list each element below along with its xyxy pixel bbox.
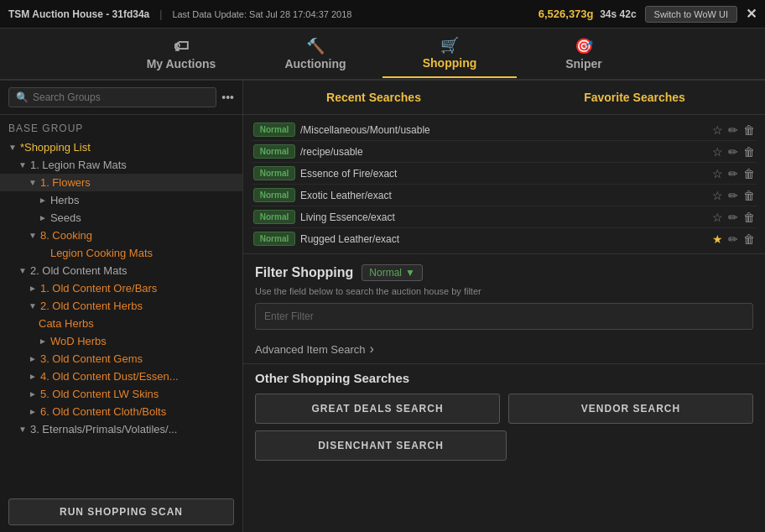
content-area: Recent Searches Favorite Searches Normal… bbox=[243, 81, 765, 532]
tree-item-old-content-dust[interactable]: ► 4. Old Content Dust/Essen... bbox=[0, 368, 242, 385]
delete-icon-1[interactable]: 🗑 bbox=[743, 123, 755, 137]
filter-input[interactable] bbox=[255, 303, 753, 330]
close-button[interactable]: ✕ bbox=[746, 6, 757, 22]
great-deals-search-button[interactable]: GREAT DEALS SEARCH bbox=[255, 394, 500, 424]
filter-section: Filter Shopping Normal ▼ Use the field b… bbox=[243, 253, 765, 335]
title-divider: | bbox=[159, 8, 162, 20]
label-old-content-lw: 5. Old Content LW Skins bbox=[40, 388, 159, 400]
title-bar-right: 6,526,373g 34s 42c Switch to WoW UI ✕ bbox=[539, 6, 757, 23]
search-row-6: Normal Rugged Leather/exact ★ ✏ 🗑 bbox=[252, 228, 757, 249]
search-text-6: Rugged Leather/exact bbox=[300, 233, 707, 245]
chevron-down-icon: ▼ bbox=[405, 267, 415, 279]
tree-item-cata-herbs[interactable]: Cata Herbs bbox=[0, 315, 242, 332]
tree-item-old-content-gems[interactable]: ► 3. Old Content Gems bbox=[0, 350, 242, 368]
star-icon-3[interactable]: ☆ bbox=[712, 167, 723, 180]
delete-icon-3[interactable]: 🗑 bbox=[743, 167, 755, 180]
vendor-search-button[interactable]: VENDOR SEARCH bbox=[508, 394, 753, 424]
label-old-content-dust: 4. Old Content Dust/Essen... bbox=[40, 370, 179, 383]
search-row-1: Normal /Miscellaneous/Mount/usable ☆ ✏ 🗑 bbox=[252, 119, 757, 141]
search-text-2: /recipe/usable bbox=[300, 146, 707, 158]
delete-icon-6[interactable]: 🗑 bbox=[743, 232, 755, 246]
recent-searches-tab[interactable]: Recent Searches bbox=[243, 81, 504, 114]
tag-normal-4: Normal bbox=[253, 188, 295, 202]
tab-my-auctions[interactable]: 🏷 My Auctions bbox=[114, 31, 248, 77]
advanced-item-search[interactable]: Advanced Item Search › bbox=[243, 335, 765, 363]
tree-item-old-content-mats[interactable]: ▼ 2. Old Content Mats bbox=[0, 262, 242, 279]
edit-icon-5[interactable]: ✏ bbox=[728, 211, 738, 224]
tree-item-herbs[interactable]: ► Herbs bbox=[0, 191, 242, 209]
time-display: 34s 42c bbox=[600, 8, 636, 20]
tree-item-old-content-lw[interactable]: ► 5. Old Content LW Skins bbox=[0, 385, 242, 403]
star-icon-1[interactable]: ☆ bbox=[712, 123, 723, 137]
search-row-4: Normal Exotic Leather/exact ☆ ✏ 🗑 bbox=[252, 185, 757, 206]
app-title: TSM Auction House - 31fd34a bbox=[8, 8, 149, 20]
tree-item-cooking[interactable]: ▼ 8. Cooking bbox=[0, 227, 242, 244]
arrow-old-content-mats: ▼ bbox=[18, 266, 27, 275]
label-herbs: Herbs bbox=[50, 194, 80, 206]
tree-item-eternals[interactable]: ▼ 3. Eternals/Primals/Volatiles/... bbox=[0, 420, 242, 438]
tree-item-old-content-ore[interactable]: ► 1. Old Content Ore/Bars bbox=[0, 279, 242, 297]
search-text-3: Essence of Fire/exact bbox=[300, 168, 707, 180]
edit-icon-3[interactable]: ✏ bbox=[728, 167, 738, 180]
delete-icon-4[interactable]: 🗑 bbox=[743, 189, 755, 202]
tree-item-seeds[interactable]: ► Seeds bbox=[0, 209, 242, 227]
star-icon-6[interactable]: ★ bbox=[712, 232, 723, 246]
run-shopping-scan-button[interactable]: RUN SHOPPING SCAN bbox=[8, 498, 234, 525]
search-more-button[interactable]: ••• bbox=[221, 91, 234, 104]
search-input-wrap[interactable]: 🔍 bbox=[8, 87, 216, 107]
tree-item-flowers[interactable]: ▼ 1. Flowers bbox=[0, 174, 242, 191]
tree-item-legion-raw-mats[interactable]: ▼ 1. Legion Raw Mats bbox=[0, 156, 242, 174]
tab-auctioning[interactable]: 🔨 Auctioning bbox=[248, 30, 382, 77]
tag-normal-5: Normal bbox=[253, 210, 295, 224]
advanced-search-arrow: › bbox=[370, 342, 374, 357]
tree-item-legion-cooking-mats[interactable]: ► Legion Cooking Mats bbox=[0, 244, 242, 262]
star-icon-2[interactable]: ☆ bbox=[712, 145, 723, 159]
search-text-1: /Miscellaneous/Mount/usable bbox=[300, 124, 707, 136]
switch-to-wow-button[interactable]: Switch to WoW UI bbox=[645, 6, 737, 23]
group-tree: Base Group ▼ *Shopping List ▼ 1. Legion … bbox=[0, 115, 242, 492]
tab-shopping-label: Shopping bbox=[423, 56, 477, 70]
search-input[interactable] bbox=[33, 91, 209, 103]
search-text-4: Exotic Leather/exact bbox=[300, 190, 707, 201]
arrow-flowers: ▼ bbox=[29, 178, 37, 187]
tag-normal-6: Normal bbox=[253, 232, 295, 246]
tree-item-wod-herbs[interactable]: ► WoD Herbs bbox=[0, 332, 242, 350]
search-row-2: Normal /recipe/usable ☆ ✏ 🗑 bbox=[252, 141, 757, 163]
other-searches-title: Other Shopping Searches bbox=[255, 371, 753, 385]
arrow-old-content-gems: ► bbox=[29, 354, 37, 363]
sniper-icon: 🎯 bbox=[575, 37, 593, 55]
label-old-content-cloth: 6. Old Content Cloth/Bolts bbox=[40, 405, 166, 418]
arrow-old-content-herbs: ▼ bbox=[29, 301, 37, 310]
arrow-old-content-lw: ► bbox=[29, 389, 37, 399]
disenchant-search-button[interactable]: DISENCHANT SEARCH bbox=[255, 430, 507, 461]
label-wod-herbs: WoD Herbs bbox=[50, 335, 107, 347]
favorite-searches-tab[interactable]: Favorite Searches bbox=[504, 81, 765, 114]
edit-icon-6[interactable]: ✏ bbox=[728, 232, 738, 246]
edit-icon-1[interactable]: ✏ bbox=[728, 123, 738, 137]
search-actions-3: ☆ ✏ 🗑 bbox=[712, 167, 755, 180]
label-old-content-ore: 1. Old Content Ore/Bars bbox=[40, 282, 157, 295]
search-text-5: Living Essence/exact bbox=[300, 211, 707, 223]
tab-shopping[interactable]: 🛒 Shopping bbox=[382, 29, 517, 78]
tree-item-shopping-list[interactable]: ▼ *Shopping List bbox=[0, 138, 242, 156]
arrow-cooking: ▼ bbox=[29, 231, 37, 240]
tab-sniper[interactable]: 🎯 Sniper bbox=[517, 30, 651, 77]
search-row-5: Normal Living Essence/exact ☆ ✏ 🗑 bbox=[252, 206, 757, 228]
advanced-search-label: Advanced Item Search bbox=[255, 343, 366, 356]
filter-dropdown[interactable]: Normal ▼ bbox=[362, 264, 423, 281]
arrow-old-content-cloth: ► bbox=[29, 407, 37, 416]
edit-icon-2[interactable]: ✏ bbox=[728, 145, 738, 159]
star-icon-5[interactable]: ☆ bbox=[712, 211, 723, 224]
tag-normal-2: Normal bbox=[253, 144, 295, 159]
delete-icon-2[interactable]: 🗑 bbox=[743, 145, 755, 159]
tree-item-old-content-cloth[interactable]: ► 6. Old Content Cloth/Bolts bbox=[0, 403, 242, 420]
star-icon-4[interactable]: ☆ bbox=[712, 189, 723, 202]
label-cooking: 8. Cooking bbox=[40, 229, 92, 242]
delete-icon-5[interactable]: 🗑 bbox=[743, 211, 755, 224]
tree-item-old-content-herbs[interactable]: ▼ 2. Old Content Herbs bbox=[0, 297, 242, 315]
edit-icon-4[interactable]: ✏ bbox=[728, 189, 738, 202]
arrow-eternals: ▼ bbox=[18, 425, 27, 434]
search-buttons-row-2: DISENCHANT SEARCH bbox=[255, 430, 753, 461]
arrow-old-content-dust: ► bbox=[29, 372, 37, 381]
search-actions-6: ★ ✏ 🗑 bbox=[712, 232, 755, 246]
